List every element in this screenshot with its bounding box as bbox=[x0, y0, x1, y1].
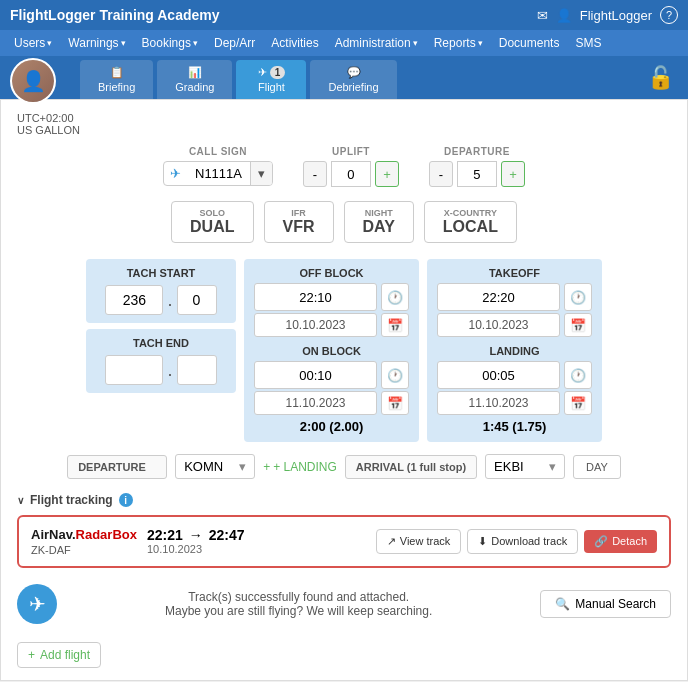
view-track-btn[interactable]: ↗ View track bbox=[376, 529, 462, 554]
admin-arrow: ▾ bbox=[413, 38, 418, 48]
tab-grading[interactable]: 📊 Grading bbox=[157, 60, 232, 99]
plus-icon: + bbox=[263, 460, 270, 474]
lock-icon[interactable]: 🔓 bbox=[647, 65, 674, 91]
landing-total: 1:45 (1.75) bbox=[437, 419, 592, 434]
external-link-icon: ↗ bbox=[387, 535, 396, 548]
nav-warnings[interactable]: Warnings ▾ bbox=[60, 30, 133, 56]
nav-activities[interactable]: Activities bbox=[263, 30, 326, 56]
landing-date-row: 11.10.2023 📅 bbox=[437, 391, 592, 415]
tab-debriefing-label: Debriefing bbox=[328, 81, 378, 93]
tach-dot-1: . bbox=[167, 290, 172, 311]
tracking-msg-line1: Track(s) successfully found and attached… bbox=[67, 590, 530, 604]
help-icon[interactable]: ? bbox=[660, 6, 678, 24]
main-content: UTC+02:00 US GALLON CALL SIGN ✈ N1111A ▾… bbox=[0, 99, 688, 681]
departure-fuel-group: DEPARTURE - 5 + bbox=[429, 146, 525, 187]
on-block-time[interactable]: 00:10 bbox=[254, 361, 377, 389]
app-title: FlightLogger Training Academy bbox=[10, 7, 220, 23]
avatar[interactable]: 👤 bbox=[10, 58, 56, 104]
uplift-minus-btn[interactable]: - bbox=[303, 161, 327, 187]
flight-type-dual[interactable]: SOLO DUAL bbox=[171, 201, 253, 243]
landing-time[interactable]: 00:05 bbox=[437, 361, 560, 389]
uplift-group: UPLIFT - 0 + bbox=[303, 146, 399, 187]
arrival-label: ARRIVAL (1 full stop) bbox=[345, 455, 477, 479]
off-block-time[interactable]: 22:10 bbox=[254, 283, 377, 311]
nav-administration[interactable]: Administration ▾ bbox=[327, 30, 426, 56]
tach-end-block: TACH END . bbox=[86, 329, 236, 393]
flight-tracking-header[interactable]: ∨ Flight tracking i bbox=[17, 493, 671, 507]
uplift-plus-btn[interactable]: + bbox=[375, 161, 399, 187]
takeoff-time-row: 22:20 🕐 bbox=[437, 283, 592, 311]
nav-reports[interactable]: Reports ▾ bbox=[426, 30, 491, 56]
takeoff-time[interactable]: 22:20 bbox=[437, 283, 560, 311]
top-bar: FlightLogger Training Academy ✉ 👤 Flight… bbox=[0, 0, 688, 30]
arrival-dropdown-icon: ▾ bbox=[549, 459, 556, 474]
warnings-arrow: ▾ bbox=[121, 38, 126, 48]
uplift-value[interactable]: 0 bbox=[331, 161, 371, 187]
block-times-column: OFF BLOCK 22:10 🕐 10.10.2023 📅 ON BLOCK … bbox=[244, 259, 419, 442]
tach-start-val2[interactable]: 0 bbox=[177, 285, 217, 315]
uplift-label: UPLIFT bbox=[332, 146, 370, 157]
nav-sms[interactable]: SMS bbox=[567, 30, 609, 56]
nav-deparr[interactable]: Dep/Arr bbox=[206, 30, 263, 56]
tab-flight[interactable]: ✈ 1 Flight bbox=[236, 60, 306, 99]
flight-types-row: SOLO DUAL IFR VFR NIGHT DAY X-COUNTRY LO… bbox=[17, 201, 671, 243]
flight-type-vfr[interactable]: IFR VFR bbox=[264, 201, 334, 243]
on-block-title: ON BLOCK bbox=[254, 345, 409, 357]
departure-fuel-value[interactable]: 5 bbox=[457, 161, 497, 187]
add-flight-btn[interactable]: + Add flight bbox=[17, 642, 101, 668]
off-block-calendar-icon[interactable]: 📅 bbox=[381, 313, 409, 337]
time-blocks-row: TACH START 236 . 0 TACH END . bbox=[17, 259, 671, 442]
detach-btn[interactable]: 🔗 Detach bbox=[584, 530, 657, 553]
download-track-label: Download track bbox=[491, 535, 567, 547]
departure-fuel-field: - 5 + bbox=[429, 161, 525, 187]
off-block-clock-icon[interactable]: 🕐 bbox=[381, 283, 409, 311]
tach-end-val2[interactable] bbox=[177, 355, 217, 385]
radar-date: 10.10.2023 bbox=[147, 543, 245, 555]
radar-time-info: 22:21 → 22:47 10.10.2023 bbox=[147, 527, 245, 555]
flight-icon: ✈ bbox=[258, 66, 267, 79]
flight-badge: 1 bbox=[270, 66, 286, 79]
landing-calendar-icon[interactable]: 📅 bbox=[564, 391, 592, 415]
callsign-dropdown-icon[interactable]: ▾ bbox=[250, 162, 272, 185]
departure-select[interactable]: KOMN ▾ bbox=[175, 454, 255, 479]
radar-air-label: AirNav. bbox=[31, 527, 76, 542]
tab-debriefing[interactable]: 💬 Debriefing bbox=[310, 60, 396, 99]
download-track-btn[interactable]: ⬇ Download track bbox=[467, 529, 578, 554]
on-block-total: 2:00 (2.00) bbox=[254, 419, 409, 434]
on-block-date[interactable]: 11.10.2023 bbox=[254, 391, 377, 415]
callsign-value[interactable]: N1111A bbox=[187, 162, 250, 185]
departure-fuel-plus-btn[interactable]: + bbox=[501, 161, 525, 187]
off-block-date[interactable]: 10.10.2023 bbox=[254, 313, 377, 337]
takeoff-clock-icon[interactable]: 🕐 bbox=[564, 283, 592, 311]
takeoff-calendar-icon[interactable]: 📅 bbox=[564, 313, 592, 337]
nav-documents[interactable]: Documents bbox=[491, 30, 568, 56]
tach-start-val1[interactable]: 236 bbox=[105, 285, 163, 315]
local-sub-label: X-COUNTRY bbox=[443, 208, 498, 218]
tab-briefing-label: Briefing bbox=[98, 81, 135, 93]
takeoff-date[interactable]: 10.10.2023 bbox=[437, 313, 560, 337]
add-landing-btn[interactable]: + + LANDING bbox=[263, 460, 337, 474]
departure-fuel-minus-btn[interactable]: - bbox=[429, 161, 453, 187]
landing-date[interactable]: 11.10.2023 bbox=[437, 391, 560, 415]
landing-day-badge: DAY bbox=[573, 455, 621, 479]
info-circle-icon: i bbox=[119, 493, 133, 507]
nav-users[interactable]: Users ▾ bbox=[6, 30, 60, 56]
flight-type-day[interactable]: NIGHT DAY bbox=[344, 201, 414, 243]
user-icon: 👤 bbox=[556, 8, 572, 23]
radar-box-label: RadarBox bbox=[76, 527, 137, 542]
takeoff-date-row: 10.10.2023 📅 bbox=[437, 313, 592, 337]
on-block-clock-icon[interactable]: 🕐 bbox=[381, 361, 409, 389]
tab-briefing[interactable]: 📋 Briefing bbox=[80, 60, 153, 99]
tach-column: TACH START 236 . 0 TACH END . bbox=[86, 259, 236, 393]
search-icon: 🔍 bbox=[555, 597, 570, 611]
dual-sub-label: SOLO bbox=[190, 208, 234, 218]
nav-bookings[interactable]: Bookings ▾ bbox=[134, 30, 206, 56]
arrival-select[interactable]: EKBI ▾ bbox=[485, 454, 565, 479]
on-block-calendar-icon[interactable]: 📅 bbox=[381, 391, 409, 415]
landing-clock-icon[interactable]: 🕐 bbox=[564, 361, 592, 389]
manual-search-btn[interactable]: 🔍 Manual Search bbox=[540, 590, 671, 618]
flight-type-local[interactable]: X-COUNTRY LOCAL bbox=[424, 201, 517, 243]
user-label[interactable]: FlightLogger bbox=[580, 8, 652, 23]
tracking-msg-line2: Maybe you are still flying? We will keep… bbox=[67, 604, 530, 618]
tach-end-val1[interactable] bbox=[105, 355, 163, 385]
